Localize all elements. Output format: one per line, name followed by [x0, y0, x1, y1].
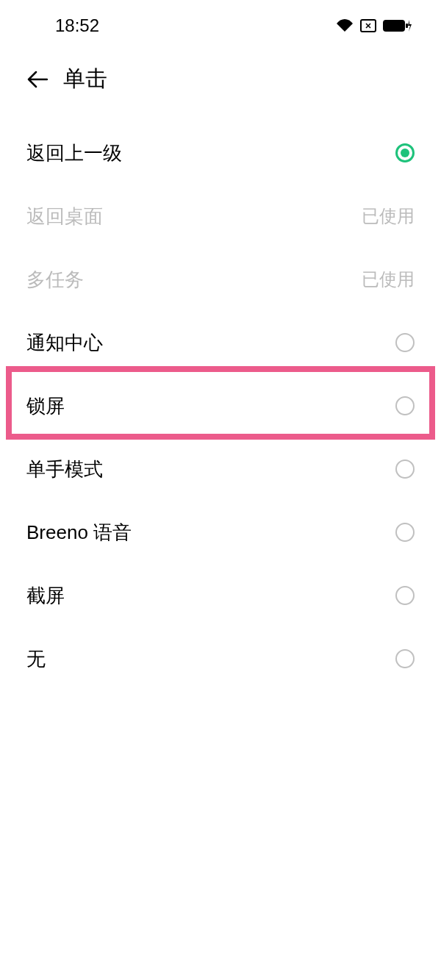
status-used-text: 已使用	[362, 268, 415, 291]
radio-unselected-icon	[395, 396, 415, 415]
page-title: 单击	[63, 64, 107, 94]
option-label: 单手模式	[26, 457, 103, 482]
option-screenshot[interactable]: 截屏	[0, 564, 441, 627]
radio-unselected-icon	[395, 523, 415, 542]
arrow-left-icon	[27, 71, 48, 88]
option-back-home: 返回桌面 已使用	[0, 185, 441, 248]
radio-selected-icon	[395, 143, 415, 162]
radio-unselected-icon	[395, 333, 415, 352]
option-one-hand-mode[interactable]: 单手模式	[0, 437, 441, 501]
option-label: 通知中心	[26, 330, 103, 356]
svg-rect-2	[406, 24, 408, 28]
option-multitask: 多任务 已使用	[0, 248, 441, 311]
option-back-previous[interactable]: 返回上一级	[0, 121, 441, 185]
header: 单击	[0, 51, 441, 107]
radio-unselected-icon	[395, 459, 415, 479]
status-used-text: 已使用	[362, 204, 415, 228]
option-label: 返回桌面	[26, 204, 103, 229]
option-notification-center[interactable]: 通知中心	[0, 311, 441, 374]
status-icons	[335, 18, 412, 33]
status-time: 18:52	[55, 15, 99, 36]
option-lock-screen[interactable]: 锁屏	[0, 374, 441, 437]
option-breeno-voice[interactable]: Breeno 语音	[0, 501, 441, 564]
option-label: 多任务	[26, 267, 84, 293]
option-label: Breeno 语音	[26, 520, 132, 546]
status-bar: 18:52	[0, 0, 441, 51]
battery-charging-icon	[382, 18, 412, 33]
radio-unselected-icon	[395, 586, 415, 605]
wifi-icon	[335, 18, 354, 33]
back-button[interactable]	[26, 68, 49, 90]
option-none[interactable]: 无	[0, 627, 441, 690]
options-list: 返回上一级 返回桌面 已使用 多任务 已使用 通知中心 锁屏 单手模式 Bree…	[0, 107, 441, 690]
svg-rect-1	[383, 20, 405, 32]
card-icon	[360, 19, 376, 32]
option-label: 无	[26, 646, 46, 672]
option-label: 锁屏	[26, 393, 65, 419]
option-label: 截屏	[26, 583, 65, 609]
option-label: 返回上一级	[26, 140, 122, 166]
radio-unselected-icon	[395, 649, 415, 668]
